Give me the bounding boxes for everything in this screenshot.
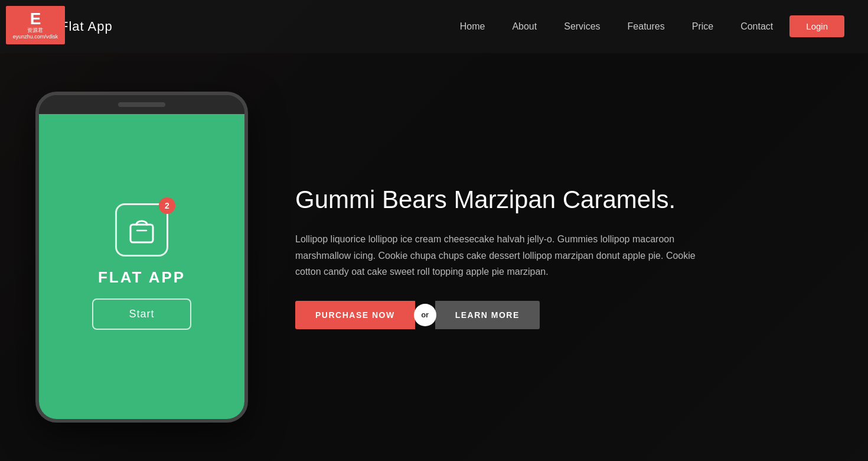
watermark-text: 资源君eyunzhu.com/vdisk (13, 27, 58, 40)
or-divider: or (414, 304, 436, 326)
hero-section: 2 FLAT APP Start Gummi Bears Marzipan Ca… (0, 0, 868, 461)
bag-icon (126, 214, 158, 246)
nav-item-features[interactable]: Features (617, 21, 676, 32)
nav-link-home[interactable]: Home (449, 17, 496, 36)
nav-link-services[interactable]: Services (553, 17, 611, 36)
nav-item-about[interactable]: About (501, 21, 547, 32)
learn-more-button[interactable]: LEARN MORE (435, 301, 540, 329)
start-button[interactable]: Start (92, 298, 191, 330)
nav-item-home[interactable]: Home (449, 21, 496, 32)
watermark: E 资源君eyunzhu.com/vdisk (6, 6, 65, 44)
brand-name: Flat App (60, 19, 113, 34)
hero-buttons: PURCHASE NOW or LEARN MORE (295, 301, 833, 329)
login-button[interactable]: Login (789, 15, 844, 37)
hero-body: Lollipop liquorice lollipop ice cream ch… (295, 231, 697, 280)
app-icon-wrapper: 2 (115, 203, 168, 257)
nav-item-price[interactable]: Price (681, 21, 724, 32)
hero-text: Gummi Bears Marzipan Caramels. Lollipop … (295, 185, 833, 329)
nav-item-contact[interactable]: Contact (730, 21, 784, 32)
nav-item-login[interactable]: Login (789, 21, 844, 32)
watermark-letter: E (30, 11, 41, 27)
navbar: Flat App Home About Services Features Pr… (0, 0, 868, 53)
nav-link-about[interactable]: About (501, 17, 547, 36)
hero-content: 2 FLAT APP Start Gummi Bears Marzipan Ca… (0, 92, 868, 423)
phone-speaker (118, 102, 165, 107)
nav-link-contact[interactable]: Contact (730, 17, 784, 36)
hero-heading: Gummi Bears Marzipan Caramels. (295, 185, 833, 215)
phone-mockup: 2 FLAT APP Start (35, 92, 248, 423)
phone-screen: 2 FLAT APP Start (39, 114, 244, 419)
app-icon (115, 203, 168, 257)
nav-link-features[interactable]: Features (617, 17, 676, 36)
app-title: FLAT APP (98, 268, 185, 287)
svg-rect-0 (130, 225, 153, 242)
nav-item-services[interactable]: Services (553, 21, 611, 32)
nav-link-price[interactable]: Price (681, 17, 724, 36)
app-badge: 2 (159, 197, 175, 214)
nav-list: Home About Services Features Price Conta… (449, 21, 844, 32)
phone-top-bar (39, 95, 244, 114)
purchase-button[interactable]: PURCHASE NOW (295, 301, 415, 329)
